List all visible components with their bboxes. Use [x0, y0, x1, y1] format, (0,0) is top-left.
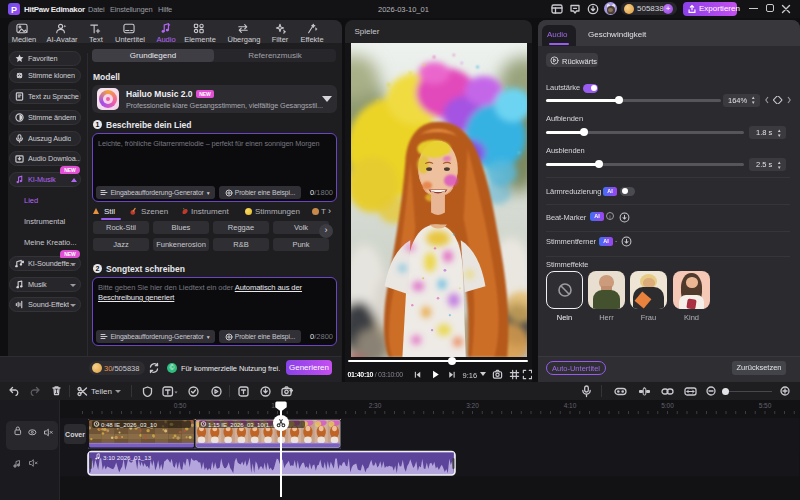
svg-text:2:30: 2:30	[369, 402, 382, 409]
svg-text:5:00: 5:00	[661, 402, 674, 409]
svg-text:0:48 IE_2026_03_10: 0:48 IE_2026_03_10	[101, 422, 157, 428]
svg-text:1:15 IE_2026_03_10(1...: 1:15 IE_2026_03_10(1...	[208, 422, 274, 428]
svg-text:3:20: 3:20	[466, 402, 479, 409]
svg-text:5:50: 5:50	[759, 402, 772, 409]
svg-text:0:50: 0:50	[174, 402, 187, 409]
svg-text:Cover: Cover	[65, 431, 85, 438]
svg-text:4:10: 4:10	[564, 402, 577, 409]
svg-text:3:10 2026_01_13: 3:10 2026_01_13	[103, 454, 152, 461]
